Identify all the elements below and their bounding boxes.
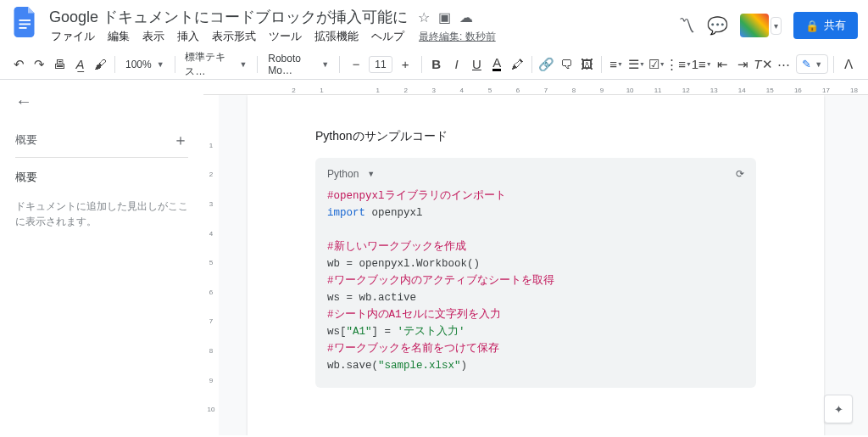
- meet-dropdown-icon[interactable]: ▾: [771, 17, 782, 35]
- checklist-button[interactable]: ☑▼: [648, 53, 666, 76]
- highlight-button[interactable]: 🖍: [508, 53, 526, 76]
- lock-icon: 🔒: [805, 20, 819, 32]
- print-button[interactable]: 🖶: [51, 53, 70, 76]
- collapse-toolbar-button[interactable]: ᐱ: [839, 53, 858, 76]
- menu-view[interactable]: 表示: [137, 27, 170, 46]
- document-page[interactable]: Pythonのサンプルコード Python▼ ⟳ #openpyxlライブラリの…: [248, 95, 824, 435]
- code-line[interactable]: [327, 221, 744, 238]
- svg-rect-2: [19, 27, 27, 29]
- menu-extensions[interactable]: 拡張機能: [309, 27, 364, 46]
- insert-link-button[interactable]: 🔗: [537, 53, 556, 76]
- indent-decrease-button[interactable]: ⇤: [714, 53, 732, 76]
- cloud-status-icon[interactable]: ☁: [459, 9, 473, 25]
- outline-item[interactable]: 概要: [15, 166, 188, 188]
- move-icon[interactable]: ▣: [438, 9, 451, 25]
- insert-image-button[interactable]: 🖼: [578, 53, 597, 76]
- line-spacing-button[interactable]: ☰▼: [627, 53, 646, 76]
- outline-title: 概要: [15, 132, 37, 148]
- bulleted-list-button[interactable]: ⋮≡▼: [668, 53, 690, 76]
- paint-format-button[interactable]: 🖌: [91, 53, 109, 76]
- indent-increase-button[interactable]: ⇥: [734, 53, 753, 76]
- svg-rect-0: [19, 20, 31, 21]
- italic-button[interactable]: I: [448, 53, 466, 76]
- menu-tools[interactable]: ツール: [264, 27, 307, 46]
- code-line[interactable]: wb.save("sample.xlsx"): [327, 357, 744, 374]
- toolbar: ↶ ↷ 🖶 A̲ 🖌 100%▼ 標準テキス…▼ Roboto Mo…▼ − 1…: [0, 49, 868, 80]
- spellcheck-button[interactable]: A̲: [70, 53, 89, 76]
- code-line[interactable]: #openpyxlライブラリのインポート: [327, 188, 744, 204]
- outline-hint: ドキュメントに追加した見出しがここに表示されます。: [15, 199, 188, 229]
- menu-help[interactable]: ヘルプ: [366, 27, 409, 46]
- align-button[interactable]: ≡▼: [607, 53, 626, 76]
- activity-icon[interactable]: 〽: [678, 16, 695, 36]
- last-edit-label[interactable]: 最終編集: 数秒前: [419, 30, 496, 44]
- editing-mode-button[interactable]: ✎ ▼: [796, 54, 828, 74]
- explore-button[interactable]: ✦: [824, 395, 853, 423]
- horizontal-ruler[interactable]: 21123456789101112131415161718: [203, 80, 868, 95]
- outline-add-button[interactable]: ＋: [173, 130, 188, 150]
- zoom-select[interactable]: 100%▼: [120, 57, 170, 72]
- svg-rect-1: [19, 24, 31, 25]
- numbered-list-button[interactable]: 1≡▼: [692, 53, 712, 76]
- redo-button[interactable]: ↷: [31, 53, 49, 76]
- menu-edit[interactable]: 編集: [103, 27, 135, 46]
- code-line[interactable]: #新しいワークブックを作成: [327, 238, 744, 255]
- text-color-button[interactable]: A: [487, 53, 506, 76]
- share-button[interactable]: 🔒 共有: [793, 12, 858, 39]
- underline-button[interactable]: U: [468, 53, 487, 76]
- bold-button[interactable]: B: [427, 53, 446, 76]
- clear-format-button[interactable]: T✕: [754, 53, 772, 76]
- menu-bar: ファイル 編集 表示 挿入 表示形式 ツール 拡張機能 ヘルプ 最終編集: 数秒…: [46, 27, 678, 46]
- outline-back-button[interactable]: ←: [15, 92, 32, 111]
- code-copy-icon[interactable]: ⟳: [736, 166, 744, 182]
- insert-comment-button[interactable]: 🗨: [558, 53, 576, 76]
- code-line[interactable]: ws = wb.active: [327, 289, 744, 306]
- comments-icon[interactable]: 💬: [707, 15, 728, 36]
- more-toolbar-button[interactable]: ⋯: [775, 53, 793, 76]
- undo-button[interactable]: ↶: [10, 53, 29, 76]
- font-family-select[interactable]: Roboto Mo…▼: [263, 51, 334, 78]
- code-line[interactable]: #ワークブックを名前をつけて保存: [327, 340, 744, 357]
- document-heading[interactable]: Pythonのサンプルコード: [315, 129, 756, 144]
- meet-icon[interactable]: [740, 14, 769, 37]
- code-line[interactable]: #シート内のA1セルに文字列を入力: [327, 306, 744, 323]
- code-block[interactable]: Python▼ ⟳ #openpyxlライブラリのインポートimport ope…: [315, 158, 756, 388]
- font-size-increase[interactable]: +: [394, 53, 416, 76]
- code-line[interactable]: #ワークブック内のアクティブなシートを取得: [327, 272, 744, 289]
- document-title[interactable]: Google ドキュメントにコードブロックが挿入可能に: [46, 6, 411, 28]
- font-size-decrease[interactable]: −: [345, 53, 367, 76]
- vertical-ruler[interactable]: 12345678910: [203, 95, 219, 435]
- code-line[interactable]: import openpyxl: [327, 204, 744, 221]
- paragraph-style-select[interactable]: 標準テキス…▼: [180, 48, 252, 81]
- outline-panel: ← 概要 ＋ 概要 ドキュメントに追加した見出しがここに表示されます。: [0, 80, 203, 435]
- menu-format[interactable]: 表示形式: [207, 27, 261, 46]
- docs-logo-icon[interactable]: [10, 7, 41, 37]
- font-size-input[interactable]: 11: [369, 56, 392, 73]
- menu-insert[interactable]: 挿入: [172, 27, 204, 46]
- code-language-select[interactable]: Python▼: [327, 166, 375, 182]
- star-icon[interactable]: ☆: [418, 9, 430, 25]
- menu-file[interactable]: ファイル: [46, 27, 100, 46]
- code-line[interactable]: wb = openpyxl.Workbook(): [327, 255, 744, 272]
- code-line[interactable]: ws["A1"] = 'テスト入力': [327, 323, 744, 340]
